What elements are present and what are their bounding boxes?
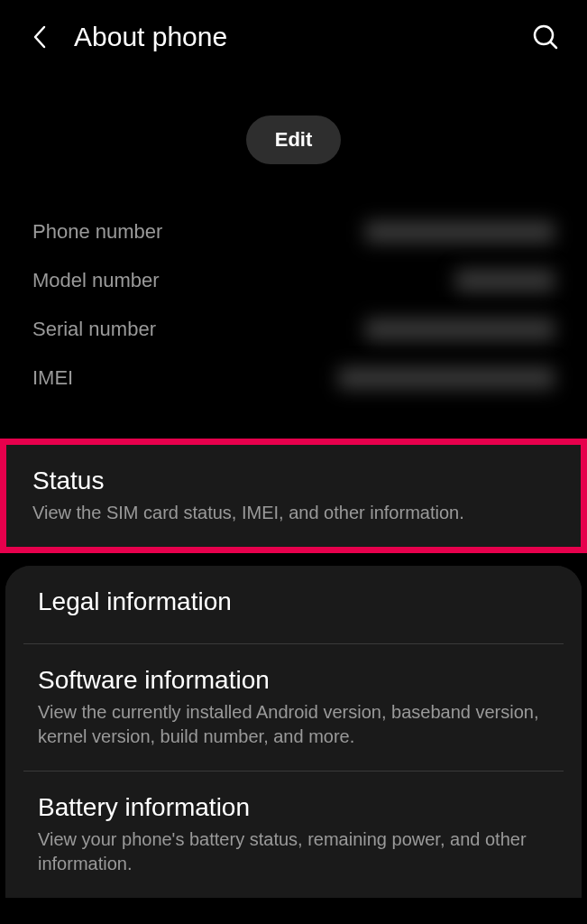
info-value-blurred xyxy=(365,319,555,340)
menu-description: View your phone's battery status, remain… xyxy=(38,827,549,876)
menu-card: Legal information Software information V… xyxy=(5,566,582,898)
info-value-blurred xyxy=(455,270,555,291)
edit-button[interactable]: Edit xyxy=(246,116,342,164)
info-label: IMEI xyxy=(32,366,73,390)
menu-description: View the currently installed Android ver… xyxy=(38,700,549,749)
menu-section: Status View the SIM card status, IMEI, a… xyxy=(0,439,587,898)
menu-item-battery[interactable]: Battery information View your phone's ba… xyxy=(5,772,582,898)
header: About phone xyxy=(0,0,587,70)
info-row-model-number: Model number xyxy=(32,256,555,305)
menu-item-legal[interactable]: Legal information xyxy=(5,566,582,643)
search-icon[interactable] xyxy=(531,23,560,51)
menu-description: View the SIM card status, IMEI, and othe… xyxy=(32,501,555,525)
menu-title: Legal information xyxy=(38,587,549,616)
edit-button-container: Edit xyxy=(0,70,587,208)
info-value-blurred xyxy=(338,367,555,389)
info-value-blurred xyxy=(365,221,555,243)
info-row-imei: IMEI xyxy=(32,354,555,402)
info-row-serial-number: Serial number xyxy=(32,305,555,354)
info-label: Model number xyxy=(32,269,160,292)
page-title: About phone xyxy=(74,22,227,52)
info-row-phone-number: Phone number xyxy=(32,208,555,256)
menu-title: Software information xyxy=(38,666,549,695)
info-label: Phone number xyxy=(32,220,162,244)
menu-title: Status xyxy=(32,467,555,495)
menu-title: Battery information xyxy=(38,793,549,822)
back-icon[interactable] xyxy=(27,24,52,50)
info-label: Serial number xyxy=(32,318,156,341)
menu-item-software[interactable]: Software information View the currently … xyxy=(5,644,582,771)
menu-item-status[interactable]: Status View the SIM card status, IMEI, a… xyxy=(0,439,587,553)
info-rows: Phone number Model number Serial number … xyxy=(0,208,587,402)
